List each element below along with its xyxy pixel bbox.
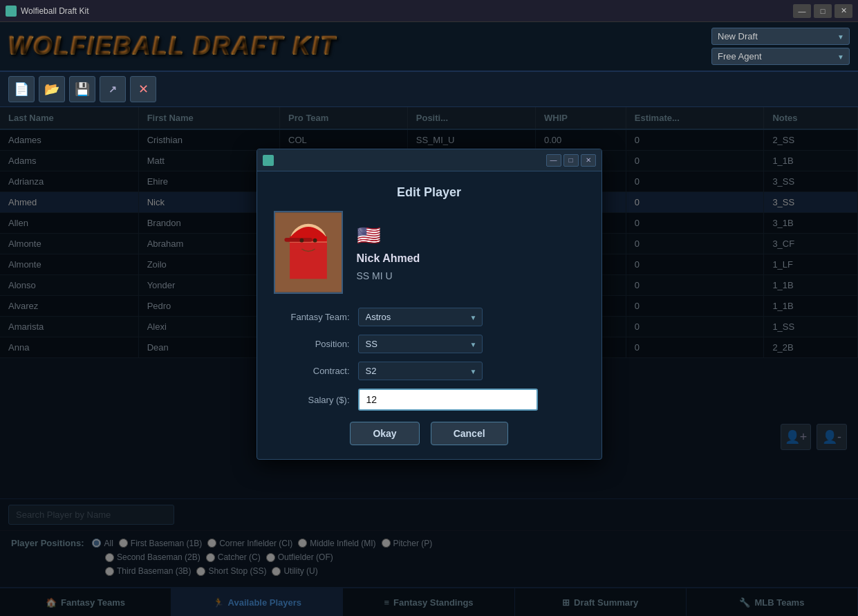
modal-icon: [263, 155, 274, 166]
position-select[interactable]: SS 1B 2B 3B CI MI OF U P C: [358, 335, 483, 353]
close-file-button[interactable]: ✕: [130, 76, 156, 102]
position-label: Position:: [274, 339, 350, 349]
modal-title: Edit Player: [274, 185, 585, 200]
modal-maximize-button[interactable]: □: [563, 154, 579, 167]
modal-titlebar: — □ ✕: [257, 149, 601, 171]
maximize-button[interactable]: □: [814, 4, 832, 18]
contract-select[interactable]: S2 S1 S3 AR1 AR2 MR1: [358, 362, 483, 380]
main-content: Last Name First Name Pro Team Positi... …: [0, 107, 858, 616]
salary-label: Salary ($):: [274, 395, 350, 405]
svg-point-6: [299, 239, 304, 243]
svg-point-7: [313, 239, 317, 243]
modal-body: Edit Player: [257, 171, 601, 459]
fantasy-team-row: Fantasy Team: Astros Red Sox Yankees Dod…: [274, 308, 585, 326]
free-agent-select[interactable]: Free Agent Drafted: [711, 48, 850, 65]
app-header: WOLFIEBALL DRAFT KIT New Draft Open Draf…: [0, 22, 858, 72]
open-button[interactable]: 📂: [39, 76, 65, 102]
contract-row: Contract: S2 S1 S3 AR1 AR2 MR1: [274, 362, 585, 380]
modal-close-button[interactable]: ✕: [581, 154, 596, 167]
player-name: Nick Ahmed: [357, 252, 420, 265]
title-bar: Wolfieball Draft Kit — □ ✕: [0, 0, 858, 22]
export-button[interactable]: ↗: [100, 76, 126, 102]
toolbar: 📄 📂 💾 ↗ ✕: [0, 72, 858, 107]
player-photo: [274, 211, 343, 294]
player-flag: 🇺🇸: [357, 224, 420, 247]
svg-rect-5: [284, 238, 312, 242]
fantasy-team-label: Fantasy Team:: [274, 312, 350, 322]
salary-row: Salary ($):: [274, 389, 585, 411]
header-dropdowns: New Draft Open Draft Free Agent Drafted: [711, 28, 850, 65]
svg-rect-3: [290, 243, 327, 250]
window-controls: — □ ✕: [793, 4, 852, 18]
app-icon: [6, 6, 17, 17]
minimize-button[interactable]: —: [793, 4, 811, 18]
app-area: WOLFIEBALL DRAFT KIT New Draft Open Draf…: [0, 22, 858, 616]
window-close-button[interactable]: ✕: [834, 4, 852, 18]
fantasy-team-select[interactable]: Astros Red Sox Yankees Dodgers Cubs Free…: [358, 308, 483, 326]
contract-label: Contract:: [274, 366, 350, 376]
new-button[interactable]: 📄: [8, 76, 35, 102]
okay-button[interactable]: Okay: [350, 422, 419, 445]
player-info-row: 🇺🇸 Nick Ahmed SS MI U: [274, 211, 585, 294]
window-title: Wolfieball Draft Kit: [21, 6, 793, 16]
player-image: [275, 211, 342, 294]
save-button[interactable]: 💾: [69, 76, 95, 102]
modal-buttons: Okay Cancel: [274, 422, 585, 445]
modal-minimize-button[interactable]: —: [546, 154, 561, 167]
edit-player-modal: — □ ✕ Edit Player: [257, 149, 602, 460]
player-position-display: SS MI U: [357, 270, 420, 281]
cancel-button[interactable]: Cancel: [431, 422, 508, 445]
new-draft-select[interactable]: New Draft Open Draft: [711, 28, 850, 45]
salary-input[interactable]: [358, 389, 538, 411]
modal-overlay: — □ ✕ Edit Player: [0, 107, 858, 616]
app-logo: WOLFIEBALL DRAFT KIT: [8, 32, 337, 61]
position-row: Position: SS 1B 2B 3B CI MI OF U: [274, 335, 585, 353]
player-details: 🇺🇸 Nick Ahmed SS MI U: [357, 211, 420, 294]
